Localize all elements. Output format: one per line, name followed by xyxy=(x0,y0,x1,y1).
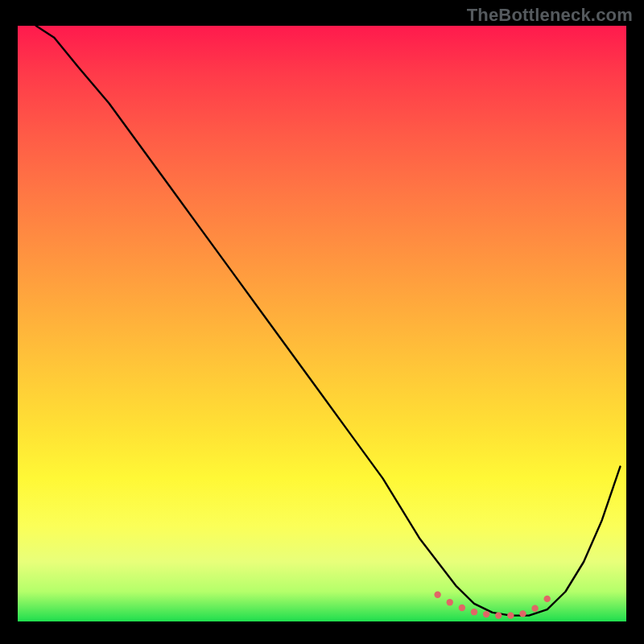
plot-area xyxy=(18,26,626,621)
optimal-marker-dot xyxy=(519,610,526,617)
optimal-marker-dot xyxy=(459,605,465,611)
bottleneck-curve-svg xyxy=(18,26,626,621)
chart-frame: TheBottleneck.com xyxy=(0,0,644,644)
bottleneck-curve-path xyxy=(36,26,621,616)
attribution-label: TheBottleneck.com xyxy=(467,5,633,26)
optimal-marker-dot xyxy=(544,596,551,602)
optimal-marker-dot xyxy=(495,612,502,618)
optimal-marker-dot xyxy=(447,599,453,605)
optimal-marker-dot xyxy=(507,612,514,618)
optimal-marker-dot xyxy=(531,605,538,612)
optimal-marker-dot xyxy=(434,592,440,598)
optimal-marker-dot xyxy=(483,611,489,617)
curve-group xyxy=(36,26,621,619)
optimal-marker-dot xyxy=(471,609,477,615)
